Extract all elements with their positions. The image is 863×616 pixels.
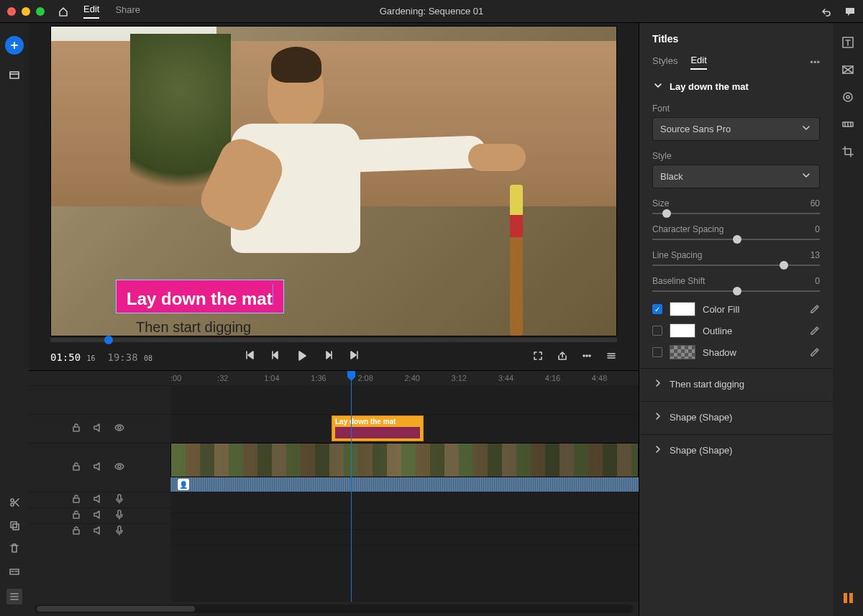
- comment-icon[interactable]: [844, 6, 856, 17]
- track-header-spacer: [29, 385, 170, 414]
- outline-swatch[interactable]: [670, 323, 695, 338]
- eye-icon[interactable]: [114, 422, 125, 436]
- track-lanes[interactable]: Lay down the mat 👤: [170, 385, 639, 602]
- panel-heading: Titles: [652, 33, 820, 45]
- panel-tab-edit[interactable]: Edit: [690, 55, 706, 70]
- charspacing-value[interactable]: 0: [815, 224, 820, 234]
- window-controls[interactable]: [7, 7, 45, 16]
- panel-tab-styles[interactable]: Styles: [652, 55, 677, 69]
- eyedropper-icon[interactable]: [808, 346, 820, 359]
- panel-more-icon[interactable]: •••: [810, 57, 820, 68]
- svg-rect-18: [118, 526, 121, 532]
- preview-scrubber[interactable]: [50, 338, 617, 342]
- list-icon[interactable]: [6, 589, 22, 604]
- project-assets-icon[interactable]: [9, 69, 20, 81]
- track-header-title[interactable]: [29, 414, 170, 443]
- shadow-row[interactable]: Shadow: [652, 345, 820, 359]
- title-overlay[interactable]: Lay down the mat Then start digging: [116, 280, 284, 336]
- scrubber-handle[interactable]: [104, 336, 113, 344]
- audio-icon[interactable]: [841, 118, 854, 131]
- undo-icon[interactable]: [820, 6, 831, 17]
- track-header-audio2[interactable]: [29, 507, 170, 523]
- export-frame-icon[interactable]: [557, 350, 568, 364]
- font-select[interactable]: Source Sans Pro: [652, 117, 820, 141]
- track-header-audio3[interactable]: [29, 523, 170, 539]
- svg-rect-3: [11, 522, 17, 528]
- fullscreen-icon[interactable]: [532, 350, 544, 364]
- goto-start-icon[interactable]: [244, 349, 255, 364]
- baseline-value[interactable]: 0: [815, 276, 820, 286]
- charspacing-slider[interactable]: [652, 239, 820, 240]
- eyedropper-icon[interactable]: [808, 303, 820, 316]
- caption-icon[interactable]: [9, 566, 20, 577]
- step-forward-icon[interactable]: [323, 349, 334, 364]
- mute-icon[interactable]: [92, 461, 104, 474]
- section-lay-down-the-mat[interactable]: Lay down the mat: [652, 80, 820, 93]
- add-media-button[interactable]: +: [5, 36, 24, 55]
- playhead[interactable]: [351, 371, 352, 602]
- size-value[interactable]: 60: [811, 198, 820, 208]
- goto-end-icon[interactable]: [349, 349, 360, 364]
- colorfill-checkbox[interactable]: [652, 304, 662, 314]
- top-tab-edit[interactable]: Edit: [83, 4, 99, 19]
- svg-rect-9: [73, 427, 79, 431]
- lock-icon[interactable]: [70, 422, 82, 436]
- transitions-icon[interactable]: [841, 63, 854, 76]
- track-header-video[interactable]: [29, 443, 170, 492]
- mic-icon[interactable]: [114, 509, 125, 523]
- mute-icon[interactable]: [92, 493, 104, 507]
- svg-point-22: [846, 96, 849, 98]
- mic-icon[interactable]: [114, 525, 125, 538]
- crop-icon[interactable]: [841, 145, 854, 158]
- minimize-window-icon[interactable]: [22, 7, 30, 16]
- svg-rect-4: [13, 524, 19, 530]
- duplicate-icon[interactable]: [9, 520, 20, 531]
- maximize-window-icon[interactable]: [36, 7, 45, 16]
- linespacing-slider[interactable]: [652, 265, 820, 266]
- mic-icon[interactable]: [114, 493, 125, 507]
- lock-icon[interactable]: [70, 461, 82, 474]
- time-ruler[interactable]: :00:321:041:362:082:403:123:444:164:48: [29, 371, 639, 385]
- svg-rect-17: [73, 530, 79, 534]
- shadow-checkbox[interactable]: [652, 347, 662, 357]
- section-then-start-digging[interactable]: Then start digging: [652, 377, 820, 391]
- color-icon[interactable]: [841, 91, 854, 104]
- more-icon[interactable]: [581, 350, 593, 364]
- colorfill-row[interactable]: Color Fill: [652, 302, 820, 316]
- top-tab-share[interactable]: Share: [115, 4, 140, 18]
- lock-icon[interactable]: [70, 525, 82, 538]
- outline-checkbox[interactable]: [652, 326, 662, 336]
- section-shape-1[interactable]: Shape (Shape): [652, 410, 820, 424]
- linespacing-value[interactable]: 13: [811, 250, 820, 260]
- subtitle-text[interactable]: Then start digging: [136, 319, 284, 336]
- shadow-swatch[interactable]: [670, 345, 695, 359]
- lock-icon[interactable]: [70, 493, 82, 507]
- style-select[interactable]: Black: [652, 165, 820, 188]
- step-back-icon[interactable]: [270, 349, 281, 364]
- eye-icon[interactable]: [114, 461, 125, 474]
- timeline-options-icon[interactable]: [606, 350, 617, 364]
- title-clip[interactable]: Lay down the mat: [332, 415, 424, 441]
- text-tool-icon[interactable]: [841, 36, 854, 49]
- mute-icon[interactable]: [92, 509, 104, 523]
- video-clip[interactable]: [170, 443, 639, 477]
- scissors-icon[interactable]: [9, 497, 20, 508]
- title-text-box[interactable]: Lay down the mat: [116, 280, 284, 313]
- home-icon[interactable]: [58, 6, 69, 17]
- lock-icon[interactable]: [70, 509, 82, 523]
- audio-clip[interactable]: [170, 477, 639, 492]
- close-window-icon[interactable]: [7, 7, 16, 16]
- size-slider[interactable]: [652, 213, 820, 214]
- mute-icon[interactable]: [92, 422, 104, 436]
- timeline-scrollbar[interactable]: [35, 604, 633, 613]
- outline-row[interactable]: Outline: [652, 323, 820, 338]
- colorfill-swatch[interactable]: [670, 302, 695, 316]
- video-preview[interactable]: Lay down the mat Then start digging: [50, 26, 617, 336]
- eyedropper-icon[interactable]: [808, 324, 820, 338]
- track-header-audio1[interactable]: [29, 492, 170, 507]
- play-icon[interactable]: [296, 349, 309, 364]
- section-shape-2[interactable]: Shape (Shape): [652, 443, 820, 457]
- mute-icon[interactable]: [92, 525, 104, 538]
- trash-icon[interactable]: [9, 543, 20, 554]
- baseline-slider[interactable]: [652, 290, 820, 292]
